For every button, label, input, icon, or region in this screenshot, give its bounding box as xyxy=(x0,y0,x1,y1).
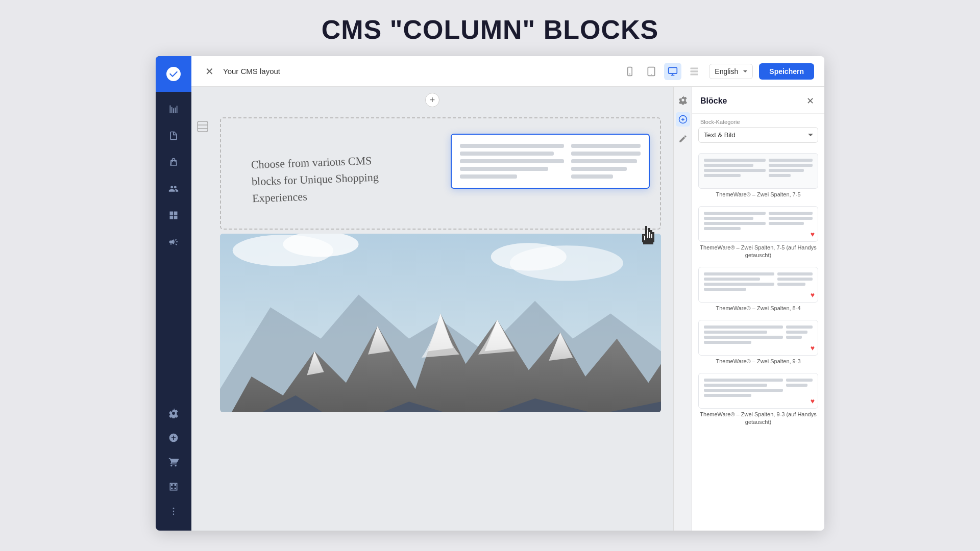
list-view-button[interactable] xyxy=(685,63,703,80)
sidebar-analytics-icon[interactable] xyxy=(162,98,185,120)
list-item[interactable]: ThemeWare® – Zwei Spalten, 7-5 xyxy=(698,153,818,198)
panel-gear-icon[interactable] xyxy=(676,93,690,107)
sidebar-megaphone-icon[interactable] xyxy=(162,231,185,253)
sidebar-more-icon[interactable] xyxy=(162,500,185,522)
sidebar-layout-icon[interactable] xyxy=(162,204,185,227)
cursor-icon xyxy=(634,221,663,257)
svg-rect-41 xyxy=(642,240,654,242)
top-bar: ✕ Your CMS layout xyxy=(191,56,824,87)
svg-rect-47 xyxy=(643,235,645,236)
add-block-button[interactable]: + xyxy=(425,93,439,107)
list-item[interactable]: ♥ ThemeWare® – Zwei Spalten, 7-5 (auf Ha… xyxy=(698,206,818,259)
add-row-area: + xyxy=(191,87,673,113)
list-item[interactable]: ♥ ThemeWare® – Zwei Spalten, 9-3 xyxy=(698,320,818,365)
sidebar-shopping-icon[interactable] xyxy=(162,151,185,173)
blocks-sidebar: Blöcke ✕ Block-Kategorie Text & Bild xyxy=(692,87,824,531)
mountain-image xyxy=(220,234,661,412)
block-name-4: ThemeWare® – Zwei Spalten, 9-3 xyxy=(698,358,818,365)
svg-rect-25 xyxy=(645,238,648,240)
sidebar-gear-icon[interactable] xyxy=(162,402,185,424)
left-col-preview xyxy=(460,144,564,179)
svg-rect-33 xyxy=(650,232,652,234)
main-container: ✕ Your CMS layout xyxy=(0,56,980,551)
desktop-view-button[interactable] xyxy=(664,63,681,80)
svg-point-2 xyxy=(173,514,175,515)
logo-icon xyxy=(164,65,183,83)
favorite-heart-icon[interactable]: ♥ xyxy=(811,344,815,352)
block-name-5: ThemeWare® – Zwei Spalten, 9-3 (auf Hand… xyxy=(698,411,818,425)
sidebar-users-icon[interactable] xyxy=(162,178,185,200)
close-button[interactable]: ✕ xyxy=(202,64,217,79)
block-grid xyxy=(704,325,813,344)
cms-window: ✕ Your CMS layout xyxy=(156,56,824,531)
page-title-area: CMS "COLUMN" BLOCKS xyxy=(0,0,980,56)
block-preview-5: ♥ xyxy=(698,373,818,409)
svg-rect-42 xyxy=(643,242,653,244)
canvas-main: Choose from various CMSblocks for Unique… xyxy=(214,113,673,418)
cms-block-area: Choose from various CMSblocks for Unique… xyxy=(220,117,661,230)
logo[interactable] xyxy=(156,56,191,92)
svg-point-0 xyxy=(173,508,175,509)
svg-rect-44 xyxy=(647,230,648,238)
block-grid xyxy=(704,379,813,397)
panel-edit-icon[interactable] xyxy=(676,132,690,146)
svg-rect-7 xyxy=(669,67,677,73)
mobile-view-button[interactable] xyxy=(621,63,639,80)
list-item[interactable]: ♥ ThemeWare® – Zwei Spalten, 9-3 (auf Ha… xyxy=(698,373,818,425)
svg-rect-21 xyxy=(645,230,647,232)
svg-rect-31 xyxy=(648,238,650,240)
sidebar-plus-icon[interactable] xyxy=(162,427,185,449)
page-title: CMS "COLUMN" BLOCKS xyxy=(0,14,980,45)
row-layout-icon[interactable] xyxy=(195,119,210,134)
blocks-close-button[interactable]: ✕ xyxy=(804,95,816,107)
svg-rect-26 xyxy=(648,228,650,230)
block-name-1: ThemeWare® – Zwei Spalten, 7-5 xyxy=(698,191,818,198)
blocks-title: Blöcke xyxy=(700,96,727,106)
svg-rect-45 xyxy=(649,232,650,238)
canvas-left-panel xyxy=(191,113,214,418)
svg-rect-11 xyxy=(691,70,698,72)
sidebar-pages-icon[interactable] xyxy=(162,124,185,147)
block-grid xyxy=(704,272,813,291)
svg-rect-18 xyxy=(642,238,644,240)
favorite-heart-icon[interactable]: ♥ xyxy=(811,397,815,405)
view-controls xyxy=(621,63,703,80)
svg-point-6 xyxy=(651,74,652,75)
favorite-heart-icon[interactable]: ♥ xyxy=(811,291,815,299)
sidebar-cart-icon[interactable] xyxy=(162,451,185,473)
svg-point-52 xyxy=(491,243,567,270)
blocks-list: ThemeWare® – Zwei Spalten, 7-5 xyxy=(692,149,824,531)
svg-rect-12 xyxy=(691,73,698,75)
svg-rect-46 xyxy=(651,234,652,238)
block-preview-3: ♥ xyxy=(698,267,818,303)
language-select[interactable]: English xyxy=(709,64,753,79)
block-name-3: ThemeWare® – Zwei Spalten, 8-4 xyxy=(698,305,818,312)
tablet-view-button[interactable] xyxy=(643,63,660,80)
svg-rect-20 xyxy=(645,228,647,230)
editor-content: + xyxy=(191,87,824,531)
handwriting-annotation: Choose from various CMSblocks for Unique… xyxy=(251,151,405,206)
svg-rect-38 xyxy=(652,234,654,236)
selected-block-preview xyxy=(451,134,650,189)
svg-rect-13 xyxy=(198,121,208,132)
svg-rect-22 xyxy=(645,232,647,234)
panel-add-block-icon[interactable] xyxy=(676,112,690,127)
sidebar-table-icon[interactable] xyxy=(162,475,185,498)
favorite-heart-icon[interactable]: ♥ xyxy=(811,230,815,238)
svg-rect-39 xyxy=(652,236,654,238)
svg-point-1 xyxy=(173,511,175,512)
block-name-2: ThemeWare® – Zwei Spalten, 7-5 (auf Hand… xyxy=(698,244,818,259)
canvas-row: Choose from various CMSblocks for Unique… xyxy=(191,113,673,418)
canvas-wrapper: + xyxy=(191,87,673,531)
save-button[interactable]: Speichern xyxy=(759,63,814,80)
svg-rect-37 xyxy=(652,232,654,234)
list-item[interactable]: ♥ ThemeWare® – Zwei Spalten, 8-4 xyxy=(698,267,818,312)
svg-rect-27 xyxy=(648,230,650,232)
svg-rect-10 xyxy=(691,67,698,69)
block-grid xyxy=(704,159,813,177)
svg-rect-43 xyxy=(644,236,645,240)
svg-rect-36 xyxy=(650,238,652,240)
kategorie-select[interactable]: Text & Bild xyxy=(698,127,818,143)
right-col-preview xyxy=(571,144,641,179)
editor-area: ✕ Your CMS layout xyxy=(191,56,824,531)
